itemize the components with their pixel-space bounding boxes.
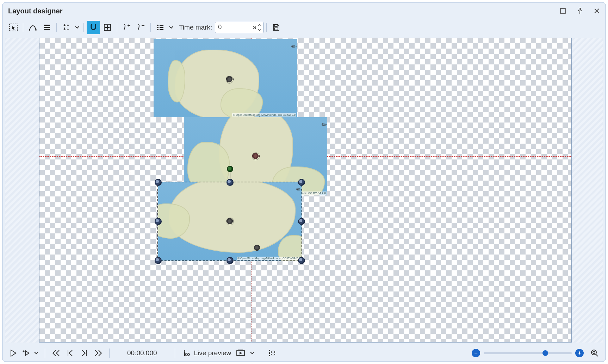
- add-keyframe-button[interactable]: [120, 21, 134, 34]
- play-button[interactable]: [7, 347, 19, 359]
- rewind-button[interactable]: [50, 347, 62, 359]
- close-button[interactable]: [593, 7, 601, 15]
- svg-rect-5: [44, 27, 50, 28]
- toolbar-separator: [23, 23, 23, 32]
- toolbar-separator: [56, 23, 57, 32]
- svg-rect-21: [238, 350, 243, 350]
- resize-handle-nw[interactable]: [155, 179, 162, 186]
- zoom-in-button[interactable]: +: [575, 349, 584, 357]
- svg-point-16: [23, 351, 25, 352]
- live-preview-label: Live preview: [194, 349, 231, 357]
- time-spinner-up[interactable]: [257, 23, 262, 27]
- selection-box[interactable]: [157, 182, 302, 261]
- svg-rect-0: [560, 8, 565, 13]
- remove-keyframe-button[interactable]: [134, 21, 148, 34]
- rotation-handle[interactable]: [227, 166, 233, 172]
- time-spinner-down[interactable]: [257, 28, 262, 32]
- toolbar-separator: [117, 23, 117, 32]
- statusbar: 00:00.000 Live preview − +: [2, 345, 606, 362]
- attribution-text: © OpenStreetMap.org-Mitwirkende, CC BY-S…: [232, 113, 296, 117]
- svg-rect-13: [160, 29, 163, 30]
- curve-tool-button[interactable]: [26, 21, 39, 34]
- grid-tool-button[interactable]: [60, 21, 73, 34]
- zoom-out-button[interactable]: −: [472, 349, 480, 357]
- status-separator: [261, 349, 261, 358]
- time-mark-input-wrap: s: [215, 22, 263, 33]
- bounds-tool-button[interactable]: [101, 21, 114, 34]
- window-controls: [559, 7, 601, 15]
- svg-point-19: [187, 354, 188, 355]
- save-button[interactable]: [269, 21, 283, 34]
- pin-button[interactable]: [576, 7, 584, 15]
- zoom-control: − +: [472, 347, 601, 359]
- tile-anchor-icon: [226, 76, 234, 83]
- fast-forward-button[interactable]: [92, 347, 104, 359]
- status-separator: [175, 349, 175, 358]
- resize-handle-s[interactable]: [227, 257, 234, 264]
- toolbar-separator: [83, 23, 84, 32]
- svg-point-17: [184, 350, 185, 352]
- preview-dropdown[interactable]: [249, 352, 256, 354]
- status-separator: [45, 349, 45, 358]
- canvas-area: © OpenStreetMap.org-Mitwirkende, CC BY-S…: [2, 36, 606, 345]
- titlebar: Layout designer: [2, 2, 606, 19]
- svg-rect-4: [44, 25, 50, 26]
- select-tool-button[interactable]: [7, 21, 20, 34]
- snap-tool-button[interactable]: [87, 21, 100, 34]
- prev-frame-button[interactable]: [64, 347, 76, 359]
- status-separator: [109, 349, 110, 358]
- svg-point-23: [593, 351, 595, 353]
- live-preview-toggle-icon[interactable]: [180, 347, 192, 359]
- svg-point-2: [29, 29, 30, 31]
- resize-handle-se[interactable]: [298, 257, 305, 264]
- resize-handle-e[interactable]: [298, 218, 305, 225]
- layout-designer-window: Layout designer: [2, 2, 606, 362]
- grid-dropdown[interactable]: [74, 26, 81, 29]
- playback-time: 00:00.000: [127, 349, 157, 357]
- resize-handle-ne[interactable]: [298, 179, 305, 186]
- zoom-fit-button[interactable]: [589, 347, 601, 359]
- time-spinner: [257, 23, 262, 32]
- svg-rect-9: [160, 25, 163, 26]
- svg-point-10: [157, 27, 159, 28]
- next-frame-button[interactable]: [78, 347, 90, 359]
- align-tool-button[interactable]: [40, 21, 54, 34]
- maximize-button[interactable]: [559, 7, 567, 15]
- interleave-toggle-button[interactable]: [266, 347, 278, 359]
- zoom-slider[interactable]: [484, 352, 572, 354]
- time-mark-label: Time mark:: [179, 24, 212, 31]
- svg-rect-15: [274, 28, 278, 30]
- resize-handle-sw[interactable]: [155, 257, 162, 264]
- toolbar-separator: [266, 23, 267, 32]
- tile-anchor-icon: [252, 152, 260, 160]
- canvas-frame[interactable]: © OpenStreetMap.org-Mitwirkende, CC BY-S…: [39, 38, 572, 343]
- svg-rect-14: [274, 25, 277, 26]
- zoom-slider-thumb[interactable]: [542, 350, 548, 356]
- time-mark-unit: s: [253, 24, 256, 31]
- svg-rect-11: [160, 27, 163, 28]
- map-tile-1[interactable]: © OpenStreetMap.org-Mitwirkende, CC BY-S…: [154, 39, 297, 117]
- svg-rect-6: [44, 29, 50, 30]
- window-title: Layout designer: [8, 7, 62, 15]
- step-play-button[interactable]: [21, 347, 31, 359]
- vertical-guide: [130, 38, 130, 342]
- resize-handle-w[interactable]: [155, 218, 162, 225]
- resize-handle-n[interactable]: [227, 179, 234, 186]
- svg-point-3: [35, 29, 37, 31]
- list-options-dropdown[interactable]: [168, 26, 175, 29]
- preview-play-button[interactable]: [235, 347, 247, 359]
- toolbar-separator: [150, 23, 151, 32]
- step-play-dropdown[interactable]: [33, 352, 40, 354]
- svg-point-12: [157, 29, 159, 30]
- list-options-button[interactable]: [154, 21, 167, 34]
- svg-point-8: [157, 25, 159, 26]
- time-mark-input[interactable]: [215, 24, 240, 31]
- svg-point-22: [591, 350, 596, 355]
- toolbar: Time mark: s: [2, 19, 606, 36]
